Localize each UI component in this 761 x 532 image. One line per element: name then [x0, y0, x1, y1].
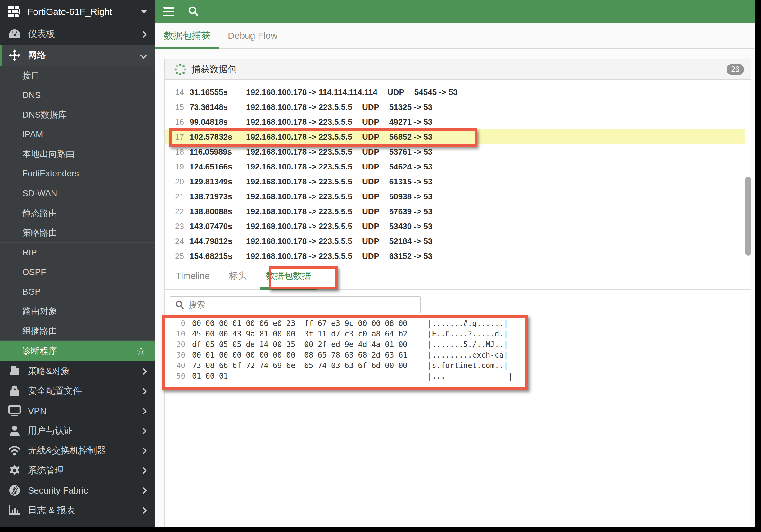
sidebar-item-network-child[interactable]: 组播路由 [0, 321, 155, 340]
sidebar-item-policy-objects[interactable]: 策略&对象 [0, 361, 155, 381]
sidebar-item-network-child[interactable]: 接口 [0, 66, 155, 86]
packet-row[interactable]: 24144.79812s192.168.100.178 -> 223.5.5.5… [165, 234, 745, 249]
hamburger-menu-icon[interactable] [163, 7, 174, 16]
sidebar-item-security-fabric[interactable]: Security Fabric [0, 481, 155, 500]
hex-bytes: 01 00 01 [192, 371, 427, 382]
packet-table: 1327.78484s192.168.100.178 -> 223.5.5.5U… [165, 80, 751, 263]
tab-packet-capture[interactable]: 数据包捕获 [155, 23, 219, 48]
search-icon[interactable] [188, 6, 199, 17]
sidebar-item-security-profiles-lock[interactable]: 安全配置文件 [0, 381, 155, 401]
tab-debug-flow[interactable]: Debug Flow [219, 23, 286, 48]
device-selector[interactable]: FortiGate-61F_Right [0, 0, 155, 24]
sidebar-item-diagnostics-selected[interactable]: 诊断程序☆ [0, 341, 155, 361]
user-icon [8, 425, 21, 437]
sidebar-item-label: BGP [22, 287, 41, 297]
vertical-scrollbar[interactable] [745, 177, 751, 256]
sidebar-item-network-child[interactable]: FortiExtenders [0, 163, 155, 183]
hex-offset: 20 [174, 339, 185, 350]
packet-row[interactable]: 1573.36148s192.168.100.178 -> 223.5.5.5U… [165, 100, 745, 115]
packet-time: 138.71973s [190, 192, 246, 202]
sidebar-item-wifi[interactable]: 无线&交换机控制器 [0, 441, 155, 461]
sidebar-item-network-child[interactable]: 路由对象 [0, 301, 155, 321]
sidebar-item-network-child[interactable]: 策略路由 [0, 223, 155, 242]
chevron-right-icon [140, 31, 147, 37]
sidebar-item-label: FortiExtenders [22, 168, 79, 178]
packet-row-selected[interactable]: 17102.57832s192.168.100.178 -> 223.5.5.5… [165, 129, 745, 144]
sidebar-item-label: SD-WAN [22, 188, 57, 198]
chevron-right-icon [140, 507, 147, 513]
sidebar-item-network-child[interactable]: SD-WAN [0, 183, 155, 203]
sidebar-item-vpn-monitor[interactable]: VPN [0, 401, 155, 421]
sidebar-item-network-child[interactable]: 静态路由 [0, 203, 155, 223]
tab-packet-data-active[interactable]: 数据包数据 [260, 263, 318, 289]
packet-ports: 63152 -> 53 [389, 251, 433, 261]
sidebar-item-network[interactable]: 网络 [0, 45, 155, 66]
sidebar-item-dashboard[interactable]: 仪表板 [0, 24, 155, 45]
network-children: 接口DNSDNS数据库IPAM本地出向路由FortiExtendersSD-WA… [0, 66, 155, 361]
packet-ports: 57639 -> 53 [389, 207, 433, 216]
packet-row[interactable]: 23143.07470s192.168.100.178 -> 223.5.5.5… [165, 219, 745, 234]
packet-time: 102.57832s [190, 132, 246, 142]
loading-spinner-icon [174, 63, 187, 76]
sidebar-item-label: VPN [28, 406, 46, 416]
sidebar-item-network-child[interactable]: DNS数据库 [0, 105, 155, 124]
packet-route: 192.168.100.178 -> 223.5.5.5 [246, 237, 352, 246]
packet-num: 20 [171, 177, 184, 187]
sidebar-item-network-child[interactable]: OSPF [0, 262, 155, 282]
packet-ports: 61033 -> 53 [389, 80, 433, 82]
packet-time: 144.79812s [190, 237, 246, 246]
packet-route: 192.168.100.178 -> 223.5.5.5 [246, 162, 352, 172]
packet-route: 192.168.100.178 -> 223.5.5.5 [246, 207, 352, 216]
sidebar-item-network-child[interactable]: IPAM [0, 124, 155, 144]
hex-line: 20df 05 05 05 de 14 00 35 00 2f ed 9e 4d… [174, 339, 751, 350]
packet-route: 192.168.100.178 -> 223.5.5.5 [246, 177, 352, 187]
sidebar-item-network-child[interactable]: BGP [0, 282, 155, 301]
packet-row[interactable]: 25154.68215s192.168.100.178 -> 223.5.5.5… [165, 249, 745, 263]
packet-row[interactable]: 22138.80088s192.168.100.178 -> 223.5.5.5… [165, 204, 745, 219]
hex-search-box[interactable] [170, 296, 421, 313]
packet-ports: 61315 -> 53 [389, 177, 433, 187]
hex-bytes: 00 00 00 01 00 06 e0 23 ff 67 e3 9c 00 0… [192, 318, 427, 329]
security-fabric-icon [8, 484, 21, 497]
packet-proto: UDP [362, 237, 379, 246]
packet-num: 14 [171, 88, 184, 97]
tab-detail[interactable]: 标头 [223, 263, 253, 289]
detail-tabs: Timeline标头数据包数据 [165, 263, 751, 290]
packet-time: 138.80088s [190, 207, 246, 216]
packet-row[interactable]: 18116.05989s192.168.100.178 -> 223.5.5.5… [165, 144, 745, 159]
hex-bytes: 00 01 00 00 00 00 00 00 08 65 78 63 68 2… [192, 350, 427, 360]
packet-row[interactable]: 1327.78484s192.168.100.178 -> 223.5.5.5U… [165, 80, 745, 85]
hex-dump: 000 00 00 01 00 06 e0 23 ff 67 e3 9c 00 … [174, 318, 751, 382]
packet-time: 129.81349s [190, 177, 246, 187]
packet-row[interactable]: 20129.81349s192.168.100.178 -> 223.5.5.5… [165, 174, 745, 189]
packet-time: 73.36148s [190, 102, 246, 112]
tab-detail[interactable]: Timeline [170, 263, 216, 289]
packet-time: 27.78484s [190, 80, 246, 82]
sidebar-item-label: 路由对象 [22, 305, 57, 317]
hex-offset: 10 [174, 329, 185, 339]
packet-num: 23 [171, 222, 184, 231]
device-name: FortiGate-61F_Right [27, 7, 139, 17]
sidebar-item-user[interactable]: 用户与认证 [0, 421, 155, 441]
chevron-down-icon [140, 52, 147, 58]
chevron-right-icon [140, 447, 147, 454]
network-section: 网络 接口DNSDNS数据库IPAM本地出向路由FortiExtendersSD… [0, 45, 155, 361]
search-input[interactable] [188, 300, 416, 310]
packet-row[interactable]: 1699.04818s192.168.100.178 -> 223.5.5.5U… [165, 115, 745, 129]
packet-row[interactable]: 19124.65166s192.168.100.178 -> 223.5.5.5… [165, 159, 745, 174]
panel-title: 捕获数据包 [192, 63, 237, 76]
sidebar-item-network-child[interactable]: 本地出向路由 [0, 144, 155, 163]
packet-row[interactable]: 1431.16555s192.168.100.178 -> 114.114.11… [165, 85, 745, 100]
packet-time: 143.07470s [190, 222, 246, 231]
sidebar-item-network-child[interactable]: DNS [0, 86, 155, 105]
packet-ports: 53430 -> 53 [389, 222, 433, 231]
packet-route: 192.168.100.178 -> 223.5.5.5 [246, 147, 352, 157]
packet-proto: UDP [362, 222, 379, 231]
sidebar-item-network-child[interactable]: RIP [0, 243, 155, 262]
favorite-star-icon[interactable]: ☆ [136, 345, 146, 357]
packet-proto: UDP [387, 88, 404, 97]
packet-route: 192.168.100.178 -> 223.5.5.5 [246, 192, 352, 202]
sidebar-item-log-report-chart[interactable]: 日志 & 报表 [0, 500, 155, 520]
packet-row[interactable]: 21138.71973s192.168.100.178 -> 223.5.5.5… [165, 189, 745, 204]
sidebar-item-gear[interactable]: 系统管理 [0, 461, 155, 481]
